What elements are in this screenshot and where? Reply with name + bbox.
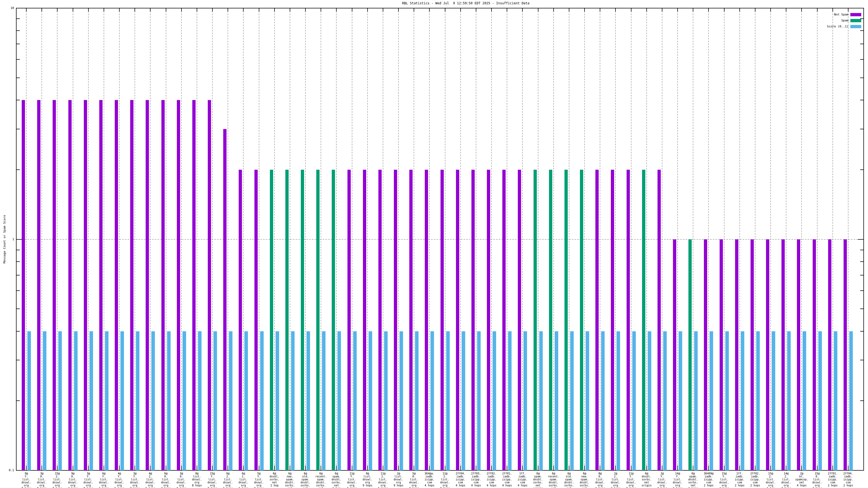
x-tick-bottom bbox=[227, 465, 228, 470]
legend-label-score: Score (0..1) bbox=[827, 25, 848, 28]
x-tick-bottom bbox=[429, 465, 430, 470]
y-major-tick-left bbox=[17, 239, 22, 240]
x-tick-bottom bbox=[383, 465, 383, 470]
y-minor-tick-left bbox=[17, 275, 20, 275]
y-minor-tick-left bbox=[17, 59, 20, 60]
y-minor-tick-left bbox=[17, 250, 20, 250]
x-tick-bottom bbox=[166, 465, 166, 470]
x-tick-label: 5@ Y. list. dnswl. org 9 hops bbox=[251, 472, 267, 488]
x-tick-label: 6@ dnsbl. sorbs. net 1 hop bbox=[267, 472, 282, 487]
x-tick-label: 36409@ iadb. isipp. com 2 hops bbox=[701, 472, 716, 487]
x-tick-top bbox=[538, 8, 538, 12]
x-tick-label: 364@a. iadb. isipp. com 4 hops bbox=[422, 472, 437, 487]
x-tick-top bbox=[166, 8, 166, 12]
y-major-tick-right bbox=[858, 470, 863, 470]
x-tick-top bbox=[414, 8, 414, 12]
y-minor-tick-left bbox=[17, 44, 20, 44]
x-tick-bottom bbox=[243, 465, 244, 470]
x-tick-top bbox=[522, 8, 523, 12]
y-tick-label: 1 bbox=[0, 238, 14, 241]
x-tick-top bbox=[833, 8, 833, 12]
x-tick-top bbox=[259, 8, 259, 12]
x-tick-top bbox=[445, 8, 445, 12]
x-tick-label: 2@ list. dnswl. org 9 hops bbox=[391, 472, 406, 487]
y-minor-tick-right bbox=[860, 169, 863, 170]
x-tick-bottom bbox=[739, 465, 740, 470]
x-tick-top bbox=[119, 8, 120, 12]
x-tick-bottom bbox=[476, 465, 476, 470]
x-tick-label: 8@ 0. list. dnswl. org 2 hops bbox=[592, 472, 608, 488]
x-tick-label: 0@ list. dnswl. org 8 hops bbox=[189, 472, 205, 487]
x-tick-label: 11@ 2. list. dnswl. org 5 hops bbox=[375, 472, 391, 488]
y-minor-tick-left bbox=[17, 169, 20, 170]
x-tick-label: 2@ bl. spamcop. net 4 hops bbox=[794, 472, 809, 487]
x-tick-label: 3@ Y. list. dnswl. org 7 hops bbox=[81, 472, 96, 488]
x-tick-top bbox=[693, 8, 693, 12]
y-minor-tick-right bbox=[860, 331, 863, 332]
x-tick-bottom bbox=[507, 465, 507, 470]
x-tick-label: 6@ 2. list. dnswl. org 6 hops bbox=[220, 472, 236, 488]
x-tick-bottom bbox=[367, 465, 368, 470]
x-tick-top bbox=[786, 8, 786, 12]
y-minor-tick-right bbox=[860, 77, 863, 78]
x-tick-bottom bbox=[491, 465, 492, 470]
y-minor-tick-right bbox=[860, 308, 863, 309]
x-tick-top bbox=[352, 8, 352, 12]
x-tick-label: 14@ Y. list. dnswl. org 3 hops bbox=[670, 472, 685, 488]
x-tick-bottom bbox=[833, 465, 833, 470]
x-tick-bottom bbox=[41, 465, 42, 470]
x-tick-bottom bbox=[693, 465, 693, 470]
y-minor-tick-right bbox=[860, 44, 863, 44]
x-tick-bottom bbox=[212, 465, 213, 470]
y-minor-tick-left bbox=[17, 100, 20, 100]
x-tick-bottom bbox=[445, 465, 445, 470]
x-tick-top bbox=[476, 8, 476, 12]
y-minor-tick-left bbox=[17, 77, 20, 78]
x-tick-label: 2ff01. iadb. isipp. com 4 hops bbox=[499, 472, 515, 487]
x-tick-top bbox=[227, 8, 228, 12]
x-tick-top bbox=[662, 8, 662, 12]
x-tick-label: 2@ 2. list. dnswl. org 2 hops bbox=[608, 472, 623, 488]
x-tick-bottom bbox=[150, 465, 151, 470]
x-tick-bottom bbox=[57, 465, 58, 470]
x-tick-label: 6@ new. spam. dnsbl. sorbs. net origin bbox=[577, 472, 592, 488]
x-tick-label: 6@ spam. dnsbl. sorbs. net origin bbox=[530, 472, 546, 488]
x-tick-bottom bbox=[584, 465, 585, 470]
rbl-statistics-chart: RBL Statistics - Wed Jul 9 12:59:50 EDT … bbox=[0, 0, 868, 488]
x-tick-top bbox=[553, 8, 554, 12]
x-tick-bottom bbox=[677, 465, 678, 470]
x-tick-label: 6@ recent. spam. dnsbl. sorbs. net origi… bbox=[546, 472, 561, 488]
x-tick-label: 6@ 0. list. dnswl. org 3 hops bbox=[158, 472, 174, 488]
x-tick-top bbox=[212, 8, 213, 12]
x-tick-top bbox=[770, 8, 771, 12]
x-tick-label: 14@ 2. list. dnswl. org 3 hops bbox=[778, 472, 794, 488]
legend-label-not-spam: Not Spam bbox=[834, 13, 848, 16]
x-tick-bottom bbox=[848, 465, 848, 470]
x-tick-bottom bbox=[553, 465, 554, 470]
x-tick-bottom bbox=[569, 465, 569, 470]
y-minor-tick-left bbox=[17, 261, 20, 262]
y-minor-tick-left bbox=[17, 331, 20, 332]
x-tick-top bbox=[429, 8, 430, 12]
x-tick-bottom bbox=[88, 465, 89, 470]
x-tick-top bbox=[383, 8, 383, 12]
x-tick-top bbox=[104, 8, 104, 12]
x-tick-bottom bbox=[770, 465, 771, 470]
x-tick-bottom bbox=[305, 465, 306, 470]
x-tick-label: 11@ 2. list. dnswl. org 9 hops bbox=[437, 472, 453, 488]
x-tick-bottom bbox=[290, 465, 290, 470]
x-tick-top bbox=[507, 8, 507, 12]
y-major-tick-left bbox=[17, 470, 22, 470]
x-tick-label: 4@ Y. list. dnswl. org 5 hops bbox=[112, 472, 127, 488]
y-minor-tick-left bbox=[17, 19, 20, 19]
x-tick-top bbox=[321, 8, 321, 12]
x-tick-top bbox=[739, 8, 740, 12]
x-tick-top bbox=[243, 8, 244, 12]
y-minor-tick-left bbox=[17, 400, 20, 401]
y-minor-tick-right bbox=[860, 59, 863, 60]
x-tick-top bbox=[367, 8, 368, 12]
x-tick-top bbox=[631, 8, 631, 12]
x-tick-top bbox=[615, 8, 616, 12]
x-tick-label: 2ff04. iadb. isipp. com 2 hops bbox=[840, 472, 856, 487]
x-tick-top bbox=[305, 8, 306, 12]
